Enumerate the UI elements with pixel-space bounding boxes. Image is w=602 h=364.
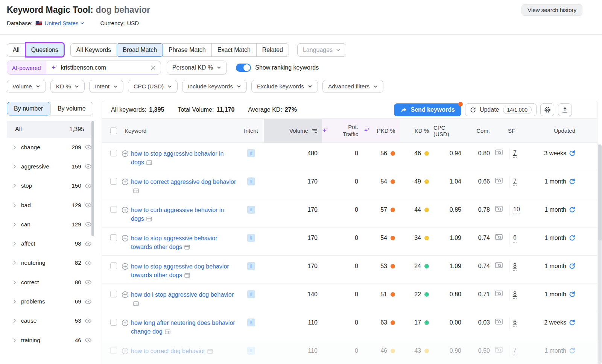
refresh-icon[interactable]	[569, 150, 575, 156]
column-pot-traffic[interactable]: Pot. Traffic	[322, 119, 363, 143]
tab-all[interactable]: All	[7, 43, 26, 57]
serp-preview-icon[interactable]	[495, 290, 503, 297]
tab-related[interactable]: Related	[256, 43, 289, 57]
add-keyword-icon[interactable]	[122, 206, 129, 214]
keyword-link[interactable]: how do i stop aggressive dog behavior	[131, 291, 234, 298]
serp-features-icon[interactable]	[184, 245, 190, 250]
page-scrollbar-thumb[interactable]	[598, 145, 602, 241]
add-keyword-icon[interactable]	[122, 319, 129, 326]
keyword-link[interactable]: how long after neutering does behavior c…	[131, 320, 235, 335]
send-keywords-button[interactable]: Send keywords	[394, 103, 461, 116]
chevron-right-icon[interactable]	[12, 260, 17, 265]
tab-questions[interactable]: Questions	[25, 42, 65, 58]
row-checkbox[interactable]	[110, 234, 117, 241]
column-pkd[interactable]: PKD %	[363, 119, 400, 143]
chevron-right-icon[interactable]	[12, 164, 17, 169]
serp-preview-icon[interactable]	[495, 177, 503, 184]
select-all-checkbox[interactable]	[110, 127, 117, 134]
column-intent[interactable]: Intent	[238, 119, 264, 143]
refresh-icon[interactable]	[569, 235, 575, 241]
chevron-right-icon[interactable]	[12, 299, 17, 304]
eye-icon[interactable]	[85, 260, 92, 266]
row-checkbox[interactable]	[110, 206, 117, 213]
column-updated[interactable]: Updated	[520, 119, 597, 143]
sidebar-all-row[interactable]: All 1,395	[7, 121, 94, 138]
serp-features-icon[interactable]	[165, 329, 170, 334]
add-keyword-icon[interactable]	[122, 291, 129, 298]
keyword-link[interactable]: how to correct dog behavior	[131, 348, 205, 354]
database-select[interactable]: United States	[44, 20, 84, 26]
eye-icon[interactable]	[85, 279, 92, 285]
sf-value[interactable]: 6	[513, 234, 517, 243]
add-keyword-icon[interactable]	[122, 235, 129, 242]
serp-preview-icon[interactable]	[495, 347, 503, 353]
serp-preview-icon[interactable]	[495, 262, 503, 268]
refresh-icon[interactable]	[569, 206, 575, 213]
sf-value[interactable]: 8	[513, 290, 517, 299]
tab-exact-match[interactable]: Exact Match	[211, 43, 257, 57]
row-checkbox[interactable]	[110, 150, 117, 156]
filter-kd[interactable]: KD %	[50, 80, 85, 93]
sidebar-group-row[interactable]: cause 53	[7, 311, 94, 331]
sidebar-group-row[interactable]: neutering 82	[7, 253, 94, 273]
eye-icon[interactable]	[85, 337, 92, 343]
serp-preview-icon[interactable]	[495, 149, 503, 156]
tab-all-keywords[interactable]: All Keywords	[70, 43, 117, 57]
keyword-link[interactable]: how to stop aggressive behavior in dogs	[131, 150, 223, 165]
sf-value[interactable]: 6	[513, 318, 517, 327]
serp-preview-icon[interactable]	[495, 206, 503, 212]
eye-icon[interactable]	[85, 241, 92, 247]
chevron-right-icon[interactable]	[12, 280, 17, 285]
intent-badge[interactable]: I	[247, 234, 255, 242]
eye-icon[interactable]	[85, 183, 92, 189]
sidebar-group-row[interactable]: stop 150	[7, 176, 94, 196]
keyword-link[interactable]: how to stop aggressive behavior towards …	[131, 235, 217, 250]
intent-badge[interactable]: I	[247, 177, 255, 185]
column-cpc[interactable]: CPC (USD)	[433, 119, 467, 143]
page-scrollbar[interactable]	[598, 144, 602, 364]
serp-features-icon[interactable]	[184, 273, 190, 278]
serp-features-icon[interactable]	[146, 160, 152, 165]
row-checkbox[interactable]	[110, 262, 117, 269]
serp-features-icon[interactable]	[133, 188, 139, 193]
sf-value[interactable]: 7	[513, 149, 517, 158]
filter-intent[interactable]: Intent	[89, 80, 123, 93]
view-search-history-button[interactable]: View search history	[521, 4, 582, 16]
chevron-right-icon[interactable]	[12, 145, 17, 150]
eye-icon[interactable]	[85, 221, 92, 227]
refresh-icon[interactable]	[569, 291, 575, 297]
sidebar-group-row[interactable]: problems 69	[7, 292, 94, 311]
column-kd[interactable]: KD %	[400, 119, 433, 143]
filter-volume[interactable]: Volume	[7, 80, 46, 93]
row-checkbox[interactable]	[110, 319, 117, 326]
sidebar-group-row[interactable]: change 209	[7, 138, 94, 157]
serp-features-icon[interactable]	[133, 301, 139, 306]
keyword-link[interactable]: how to correct aggressive dog behavior	[131, 179, 236, 185]
settings-button[interactable]	[540, 103, 554, 116]
tab-by-number[interactable]: By number	[7, 102, 50, 115]
sf-value[interactable]: 7	[513, 177, 517, 186]
filter-include-keywords[interactable]: Include keywords	[182, 80, 247, 93]
column-com[interactable]: Com.	[467, 119, 491, 143]
eye-icon[interactable]	[85, 299, 92, 305]
tab-phrase-match[interactable]: Phrase Match	[163, 43, 212, 57]
sidebar-group-row[interactable]: affect 98	[7, 234, 94, 253]
chevron-right-icon[interactable]	[12, 222, 17, 227]
serp-preview-icon[interactable]	[495, 318, 503, 325]
keyword-link[interactable]: how to stop aggressive dog behavior towa…	[131, 263, 229, 278]
sf-value[interactable]: 7	[513, 347, 517, 355]
chevron-right-icon[interactable]	[12, 241, 17, 246]
filter-exclude-keywords[interactable]: Exclude keywords	[251, 80, 318, 93]
intent-badge[interactable]: I	[247, 290, 255, 298]
serp-features-icon[interactable]	[146, 217, 152, 221]
refresh-icon[interactable]	[569, 178, 575, 185]
refresh-icon[interactable]	[569, 319, 575, 326]
intent-badge[interactable]: I	[247, 149, 255, 157]
intent-badge[interactable]: I	[247, 262, 255, 270]
chevron-right-icon[interactable]	[12, 318, 17, 323]
intent-badge[interactable]: I	[247, 347, 255, 355]
column-volume[interactable]: Volume	[264, 119, 322, 143]
chevron-right-icon[interactable]	[12, 183, 17, 188]
clear-input-icon[interactable]	[150, 65, 156, 70]
update-button[interactable]: Update 14/1,000	[465, 103, 537, 116]
